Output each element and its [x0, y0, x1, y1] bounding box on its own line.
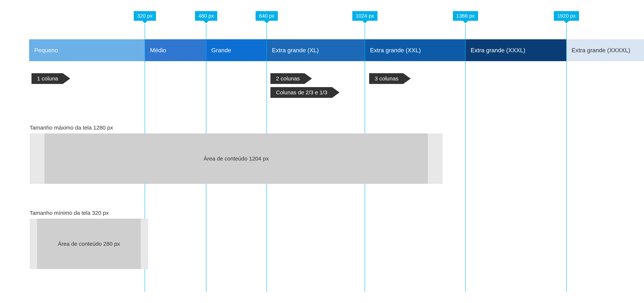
- column-tag-label: 1 coluna: [32, 73, 63, 84]
- size-band-label: Extra grande (XXXXL): [572, 47, 630, 54]
- breakpoint-diagram: PequenoMédioGrandeExtra grande (XL)Extra…: [0, 0, 644, 303]
- column-tag: 1 coluna: [32, 73, 70, 84]
- breakpoint-marker-label: 1366 px: [453, 11, 478, 21]
- breakpoint-marker-label: 1920 px: [554, 11, 579, 21]
- column-tag-label: Colunas de 2/3 e 1/3: [270, 87, 332, 98]
- min-content-label: Área de conteúdo 280 px: [58, 241, 120, 247]
- size-band-3: Extra grande (XL): [267, 39, 365, 61]
- breakpoint-line: [566, 24, 566, 292]
- column-tag: Colunas de 2/3 e 1/3: [270, 87, 340, 98]
- chevron-right-icon: [403, 73, 411, 84]
- breakpoint-marker: 320 px: [134, 11, 156, 21]
- column-tag: 3 colunas: [369, 73, 411, 84]
- size-band-2: Grande: [206, 39, 267, 61]
- max-screen-label: Tamanho máximo da tela 1280 px: [30, 125, 113, 131]
- breakpoint-marker-label: 480 px: [195, 11, 217, 21]
- column-tag-label: 3 colunas: [369, 73, 403, 84]
- breakpoint-marker-label: 320 px: [134, 11, 156, 21]
- breakpoint-marker: 1920 px: [554, 11, 579, 21]
- size-band-0: Pequeno: [29, 39, 145, 61]
- size-band-5: Extra grande (XXXL): [466, 39, 566, 61]
- size-band-6: Extra grande (XXXXL): [566, 39, 644, 61]
- min-screen-label: Tamanho mínimo da tela 320 px: [30, 210, 109, 216]
- breakpoint-marker-label: 1024 px: [352, 11, 378, 21]
- column-tag-label: 2 colunas: [270, 73, 304, 84]
- column-tag: 2 colunas: [270, 73, 312, 84]
- chevron-right-icon: [63, 73, 70, 84]
- breakpoint-marker: 640 px: [256, 11, 278, 21]
- size-band-label: Extra grande (XXL): [370, 47, 421, 54]
- breakpoint-marker: 1024 px: [352, 11, 378, 21]
- max-content-box: Área de conteúdo 1204 px: [44, 133, 428, 184]
- chevron-right-icon: [332, 87, 340, 98]
- max-content-label: Área de conteúdo 1204 px: [204, 155, 269, 162]
- size-band-label: Grande: [211, 47, 231, 54]
- chevron-right-icon: [304, 73, 312, 84]
- size-band-label: Extra grande (XXXL): [471, 47, 525, 54]
- size-band-1: Médio: [145, 39, 206, 61]
- size-band-label: Pequeno: [34, 47, 58, 54]
- breakpoint-marker: 1366 px: [453, 11, 478, 21]
- min-content-box: Área de conteúdo 280 px: [37, 219, 141, 269]
- size-band-label: Médio: [150, 47, 166, 54]
- breakpoint-line: [465, 24, 466, 292]
- breakpoint-marker-label: 640 px: [256, 11, 278, 21]
- size-band-label: Extra grande (XL): [272, 47, 319, 54]
- size-band-4: Extra grande (XXL): [365, 39, 466, 61]
- breakpoint-marker: 480 px: [195, 11, 217, 21]
